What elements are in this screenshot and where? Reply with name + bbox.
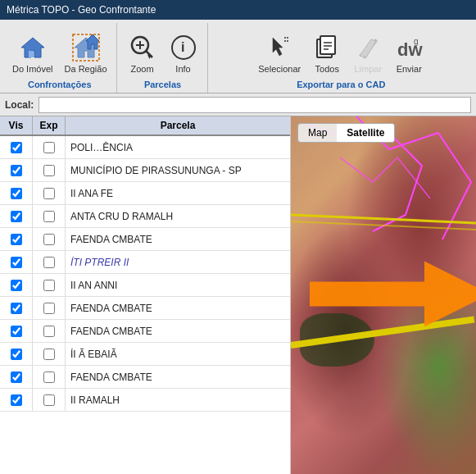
cell-parcela: POLI…ÊNCIA: [66, 142, 290, 153]
svg-text:g: g: [414, 37, 419, 46]
exp-checkbox[interactable]: [43, 234, 55, 245]
map-tab-map-label: Map: [308, 127, 327, 139]
selecionar-label: Selecionar: [258, 64, 301, 74]
cell-exp: [33, 297, 66, 319]
exp-checkbox[interactable]: [43, 280, 55, 291]
exp-checkbox[interactable]: [43, 142, 55, 153]
do-imovel-button[interactable]: Do Imóvel: [8, 30, 57, 76]
cell-parcela: FAENDA CMBATE: [66, 234, 290, 245]
toolbar-group-parcelas: ▾ Zoom i Info Parcelas: [119, 23, 208, 93]
vis-checkbox[interactable]: [11, 371, 22, 383]
cell-vis: [0, 274, 33, 296]
enviar-label: Enviar: [397, 64, 422, 74]
do-imovel-icon: [18, 33, 48, 62]
exp-checkbox[interactable]: [43, 257, 55, 268]
cell-exp: [33, 389, 66, 411]
table-row: II AN ANNI: [0, 274, 290, 297]
cell-vis: [0, 228, 33, 250]
cell-exp: [33, 136, 66, 158]
exp-checkbox[interactable]: [43, 165, 55, 176]
cell-vis: [0, 297, 33, 319]
svg-rect-15: [320, 36, 335, 54]
vis-checkbox[interactable]: [11, 188, 22, 199]
cell-parcela: FAENDA CMBATE: [66, 326, 290, 337]
cell-parcela: II RAMALH: [66, 394, 290, 406]
table-row: MUNICÍPIO DE PIRASSUNUNGA - SP: [0, 159, 290, 182]
parcelas-buttons: ▾ Zoom i Info: [124, 23, 202, 80]
vis-checkbox[interactable]: [11, 142, 22, 153]
exportar-buttons: Selecionar Todos: [254, 23, 428, 80]
cell-exp: [33, 228, 66, 250]
header-exp: Exp: [33, 116, 66, 134]
cell-vis: [0, 159, 33, 181]
vis-checkbox[interactable]: [11, 257, 22, 268]
table-row: FAENDA CMBATE: [0, 228, 290, 251]
cell-vis: [0, 343, 33, 365]
svg-text:▾: ▾: [147, 52, 152, 61]
cell-exp: [33, 251, 66, 273]
vis-checkbox[interactable]: [11, 326, 22, 337]
cell-exp: [33, 320, 66, 342]
cell-vis: [0, 205, 33, 227]
cell-parcela: ÍTI PTREIR II: [66, 257, 290, 268]
vis-checkbox[interactable]: [11, 280, 22, 291]
cell-parcela: FAENDA CMBATE: [66, 303, 290, 314]
limpar-button[interactable]: Limpar: [349, 30, 387, 76]
todos-label: Todos: [315, 64, 339, 74]
local-input[interactable]: [39, 97, 471, 113]
confrontacoes-buttons: Do Imóvel Da Região: [8, 23, 111, 80]
cell-exp: [33, 159, 66, 181]
enviar-button[interactable]: dw g Enviar: [390, 30, 428, 76]
vis-checkbox[interactable]: [11, 165, 22, 176]
cell-vis: [0, 320, 33, 342]
exp-checkbox[interactable]: [43, 394, 55, 406]
map-tab-satellite[interactable]: Satellite: [337, 124, 394, 142]
cell-exp: [33, 182, 66, 204]
table-body: POLI…ÊNCIAMUNICÍPIO DE PIRASSUNUNGA - SP…: [0, 136, 290, 474]
cell-exp: [33, 274, 66, 296]
limpar-icon: [353, 33, 383, 62]
vis-checkbox[interactable]: [11, 394, 22, 406]
exportar-group-label: Exportar para o CAD: [297, 80, 385, 93]
map-tab-map[interactable]: Map: [298, 124, 337, 142]
exp-checkbox[interactable]: [43, 326, 55, 337]
selecionar-button[interactable]: Selecionar: [254, 30, 305, 76]
app-title: Métrica TOPO - Geo Confrontante: [7, 4, 156, 16]
cell-vis: [0, 136, 33, 158]
confrontacoes-group-label: Confrontações: [28, 80, 92, 93]
exp-checkbox[interactable]: [43, 211, 55, 222]
vis-checkbox[interactable]: [11, 349, 22, 360]
table-row: ANTA CRU D RAMALH: [0, 205, 290, 228]
vis-checkbox[interactable]: [11, 234, 22, 245]
selecionar-icon: [265, 33, 294, 62]
cell-exp: [33, 205, 66, 227]
info-button[interactable]: i Info: [165, 30, 202, 76]
da-regiao-button[interactable]: Da Região: [61, 30, 111, 76]
todos-button[interactable]: Todos: [308, 30, 346, 76]
cell-parcela: II AN ANNI: [66, 280, 290, 291]
header-vis: Vis: [0, 116, 33, 134]
info-label: Info: [175, 64, 190, 74]
exp-checkbox[interactable]: [43, 371, 55, 383]
exp-checkbox[interactable]: [43, 349, 55, 360]
zoom-label: Zoom: [130, 64, 153, 74]
cell-parcela: ANTA CRU D RAMALH: [66, 211, 290, 222]
exp-checkbox[interactable]: [43, 303, 55, 314]
enviar-icon: dw g: [394, 33, 424, 62]
vis-checkbox[interactable]: [11, 303, 22, 314]
vis-checkbox[interactable]: [11, 211, 22, 222]
toolbar: Do Imóvel Da Região Confrontações: [0, 20, 476, 93]
info-icon: i: [169, 33, 198, 62]
toolbar-group-confrontacoes: Do Imóvel Da Região Confrontações: [3, 23, 117, 93]
title-bar: Métrica TOPO - Geo Confrontante: [0, 0, 476, 20]
zoom-button[interactable]: ▾ Zoom: [124, 30, 161, 76]
table-row: ÍI Ã EBAIÃ: [0, 343, 290, 366]
local-label: Local:: [5, 99, 34, 111]
toolbar-group-exportar: Selecionar Todos: [210, 23, 473, 93]
da-regiao-label: Da Região: [65, 64, 107, 74]
exp-checkbox[interactable]: [43, 188, 55, 199]
cell-parcela: MUNICÍPIO DE PIRASSUNUNGA - SP: [66, 165, 290, 176]
header-parcela: Parcela: [66, 116, 290, 134]
cell-parcela: FAENDA CMBATE: [66, 371, 290, 383]
parcelas-group-label: Parcelas: [144, 80, 181, 93]
